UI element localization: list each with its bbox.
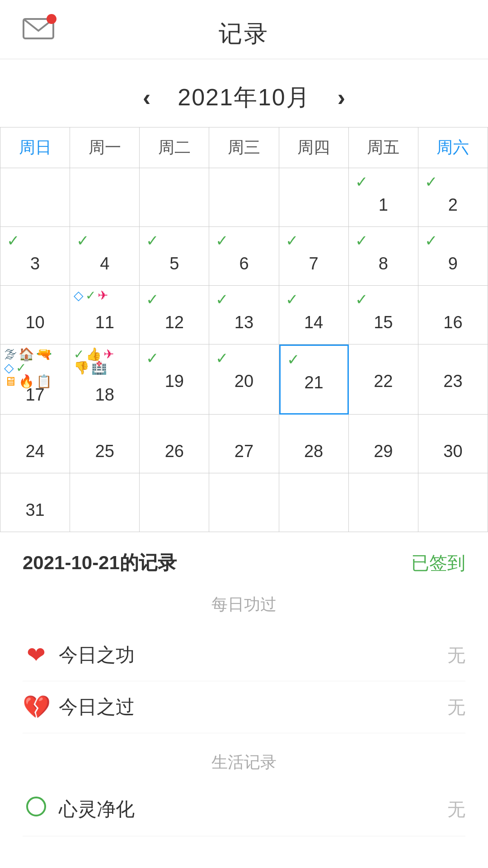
table-row[interactable]: ✓ 19 <box>140 344 209 415</box>
calendar-body: 0 0 0 0 0 ✓ 1 ✓ 2 ✓ 3 ✓ 4 ✓ 5 ✓ 6 ✓ <box>0 168 488 532</box>
table-row[interactable]: 29 <box>349 415 418 473</box>
table-row[interactable]: 23 <box>418 344 488 415</box>
list-icon: 📋 <box>36 375 52 388</box>
record-section: 2021-10-21的记录 已签到 每日功过 ❤ 今日之功 无 💔 今日之过 无… <box>0 532 488 836</box>
merit-value: 无 <box>447 643 465 668</box>
record-date: 2021-10-21的记录 <box>23 550 177 576</box>
table-row[interactable]: 0 <box>209 168 279 227</box>
table-row: 0 <box>140 473 209 532</box>
table-row[interactable]: ✓ 15 <box>349 286 418 344</box>
table-row[interactable]: ✓ 14 <box>279 286 349 344</box>
table-row: 0 <box>418 473 488 532</box>
calendar-nav: ‹ 2021年10月 › <box>0 59 488 127</box>
cell-icons-18: ✓ 👍 ✈ 👎 🏥 <box>74 348 114 374</box>
check-icon: ✓ <box>216 231 228 250</box>
table-row[interactable]: 16 <box>418 286 488 344</box>
list-item-purify[interactable]: 心灵净化 无 <box>23 783 465 836</box>
check-icon: ✓ <box>85 289 96 302</box>
table-row[interactable]: ✓ 7 <box>279 227 349 286</box>
table-row[interactable]: 27 <box>209 415 279 473</box>
table-row[interactable]: ✓ 20 <box>209 344 279 415</box>
weekday-thu: 周四 <box>279 127 349 168</box>
table-row[interactable]: ✓ 2 <box>418 168 488 227</box>
water-icon: ◇ <box>4 362 14 374</box>
svg-point-1 <box>27 797 45 816</box>
table-row[interactable]: 0 <box>140 168 209 227</box>
list-item-merit[interactable]: ❤ 今日之功 无 <box>23 629 465 681</box>
table-row: 0 <box>279 473 349 532</box>
table-row: 0 <box>349 473 418 532</box>
purify-label: 心灵净化 <box>59 797 135 822</box>
life-section-label: 生活记录 <box>23 751 465 774</box>
table-row[interactable]: 🌫 🏠 🔫 ◇ ✓ 🖥 🔥 📋 17 <box>0 344 70 415</box>
weekday-sun: 周日 <box>0 127 70 168</box>
check-icon: ✓ <box>146 349 159 367</box>
heart-icon: ❤ <box>23 642 50 668</box>
table-row[interactable]: ✓ 12 <box>140 286 209 344</box>
table-row[interactable]: 30 <box>418 415 488 473</box>
cell-icons-17: 🌫 🏠 🔫 ◇ ✓ 🖥 🔥 📋 <box>4 348 52 388</box>
fault-label: 今日之过 <box>59 694 135 720</box>
thumbdown-icon: 👎 <box>74 362 89 374</box>
thumbup-icon: 👍 <box>86 348 102 361</box>
table-row[interactable]: 31 <box>0 473 70 532</box>
leaf-icon <box>23 795 50 823</box>
record-header: 2021-10-21的记录 已签到 <box>23 550 465 576</box>
table-row[interactable]: ✓ 6 <box>209 227 279 286</box>
check-icon: ✓ <box>76 231 89 250</box>
table-row[interactable]: ✓ 1 <box>349 168 418 227</box>
table-row[interactable]: ✓ 9 <box>418 227 488 286</box>
mail-icon-wrap[interactable] <box>23 16 54 41</box>
broken-heart-icon: 💔 <box>23 694 50 720</box>
check-icon: ✓ <box>146 231 159 250</box>
table-row-today[interactable]: ✓ 21 <box>279 344 349 415</box>
next-month-button[interactable]: › <box>338 84 345 111</box>
merit-label: 今日之功 <box>59 642 135 668</box>
check-icon: ✓ <box>425 231 437 250</box>
check-icon: ✓ <box>425 173 437 191</box>
table-row[interactable]: ✓ 3 <box>0 227 70 286</box>
table-row[interactable]: ✓ 4 <box>70 227 140 286</box>
water-drop-icon: ◇ <box>74 289 84 302</box>
table-row[interactable]: 25 <box>70 415 140 473</box>
check-icon: ✓ <box>355 231 368 250</box>
check-icon: ✓ <box>286 290 298 308</box>
table-row[interactable]: 10 <box>0 286 70 344</box>
weekday-mon: 周一 <box>70 127 140 168</box>
calendar-weekdays: 周日 周一 周二 周三 周四 周五 周六 <box>0 127 488 168</box>
cloud-icon: 🌫 <box>4 348 17 361</box>
list-item-fault[interactable]: 💔 今日之过 无 <box>23 681 465 733</box>
table-row[interactable]: 0 <box>279 168 349 227</box>
header: 记录 <box>0 0 488 59</box>
table-row[interactable]: 22 <box>349 344 418 415</box>
table-row: 0 <box>209 473 279 532</box>
record-item-left-fault: 💔 今日之过 <box>23 694 135 720</box>
page-title: 记录 <box>219 18 269 50</box>
table-row[interactable]: ✓ 5 <box>140 227 209 286</box>
table-row[interactable]: 26 <box>140 415 209 473</box>
table-row[interactable]: 0 <box>0 168 70 227</box>
weekday-wed: 周三 <box>209 127 279 168</box>
check-icon: ✓ <box>216 349 228 367</box>
check-icon: ✓ <box>7 231 19 250</box>
check-icon: ✓ <box>287 350 300 368</box>
table-row[interactable]: 0 <box>70 168 140 227</box>
check-icon: ✓ <box>355 173 368 191</box>
daily-section-label: 每日功过 <box>23 594 465 616</box>
table-row[interactable]: ◇ ✓ ✈ 11 <box>70 286 140 344</box>
table-row[interactable]: ✓ 👍 ✈ 👎 🏥 18 <box>70 344 140 415</box>
check-icon: ✓ <box>216 290 228 308</box>
check-icon: ✓ <box>355 290 368 308</box>
check-icon: ✓ <box>74 348 84 361</box>
table-row: 0 <box>70 473 140 532</box>
table-row[interactable]: ✓ 13 <box>209 286 279 344</box>
mail-icon[interactable] <box>23 16 54 41</box>
table-row[interactable]: ✓ 8 <box>349 227 418 286</box>
prev-month-button[interactable]: ‹ <box>143 84 150 111</box>
table-row[interactable]: 24 <box>0 415 70 473</box>
weekday-fri: 周五 <box>349 127 418 168</box>
table-row[interactable]: 28 <box>279 415 349 473</box>
send-icon: ✈ <box>98 289 108 302</box>
check-icon: ✓ <box>146 290 159 308</box>
record-item-left-merit: ❤ 今日之功 <box>23 642 135 668</box>
